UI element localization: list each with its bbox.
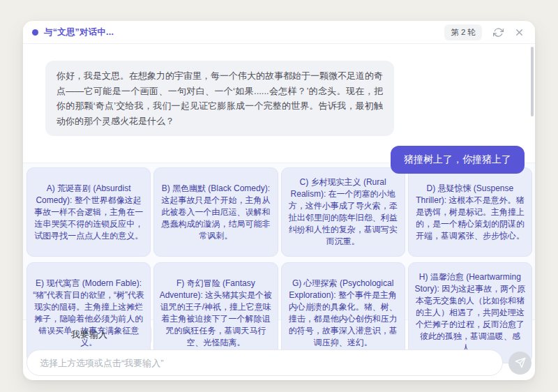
close-button[interactable] bbox=[511, 24, 527, 40]
option-card-g[interactable]: G) 心理探索 (Psychological Exploration): 整个事… bbox=[281, 262, 405, 363]
input-row bbox=[27, 349, 531, 376]
option-card-b[interactable]: B) 黑色幽默 (Black Comedy): 这起事故只是个开始，主角从此被卷… bbox=[153, 167, 278, 257]
user-message-row: 猪撞树上了，你撞猪上了 bbox=[45, 146, 525, 174]
option-card-c[interactable]: C) 乡村现实主义 (Rural Realism): 在一个闭塞的小地方，这件小… bbox=[281, 167, 405, 257]
option-card-f[interactable]: F) 奇幻冒险 (Fantasy Adventure): 这头猪其实是个被诅咒的… bbox=[153, 262, 278, 363]
refresh-button[interactable] bbox=[490, 24, 506, 40]
dialog-header: 与“文思”对话中... 第 2 轮 bbox=[23, 21, 535, 44]
chat-history: 你好，我是文思。在想象力的宇宙里，每一个伟大的故事都始于一颗微不足道的奇点——它… bbox=[23, 44, 535, 163]
message-input[interactable] bbox=[27, 349, 503, 376]
option-card-grid: A) 荒诞喜剧 (Absurdist Comedy): 整个世界都像这起事故一样… bbox=[23, 163, 535, 319]
round-badge: 第 2 轮 bbox=[444, 24, 482, 40]
option-card-e[interactable]: E) 现代寓言 (Modern Fable): “猪”代表盲目的欲望，“树”代表… bbox=[27, 262, 151, 363]
scrollbar-thumb[interactable] bbox=[531, 47, 534, 116]
option-card-h[interactable]: H) 温馨治愈 (Heartwarming Story): 因为这起事故，两个原… bbox=[408, 262, 532, 363]
dialog-title: 与“文思”对话中... bbox=[44, 27, 114, 38]
close-icon bbox=[514, 27, 525, 38]
status-dot-icon bbox=[32, 29, 38, 36]
user-message: 猪撞树上了，你撞猪上了 bbox=[391, 146, 525, 174]
page-background: { "header": { "title": "与\u201c文思\u201d对… bbox=[0, 0, 558, 392]
chat-dialog: 与“文思”对话中... 第 2 轮 你好，我是文思。在想象力的宇宙里，每一个伟大… bbox=[23, 21, 535, 380]
option-card-a[interactable]: A) 荒诞喜剧 (Absurdist Comedy): 整个世界都像这起事故一样… bbox=[27, 167, 151, 257]
refresh-icon bbox=[493, 27, 504, 38]
assistant-message: 你好，我是文思。在想象力的宇宙里，每一个伟大的故事都始于一颗微不足道的奇点——它… bbox=[45, 61, 394, 136]
send-button[interactable] bbox=[508, 352, 531, 375]
option-card-d[interactable]: D) 悬疑惊悚 (Suspense Thriller): 这根本不是意外。猪是诱… bbox=[408, 167, 532, 257]
send-icon bbox=[515, 357, 526, 368]
